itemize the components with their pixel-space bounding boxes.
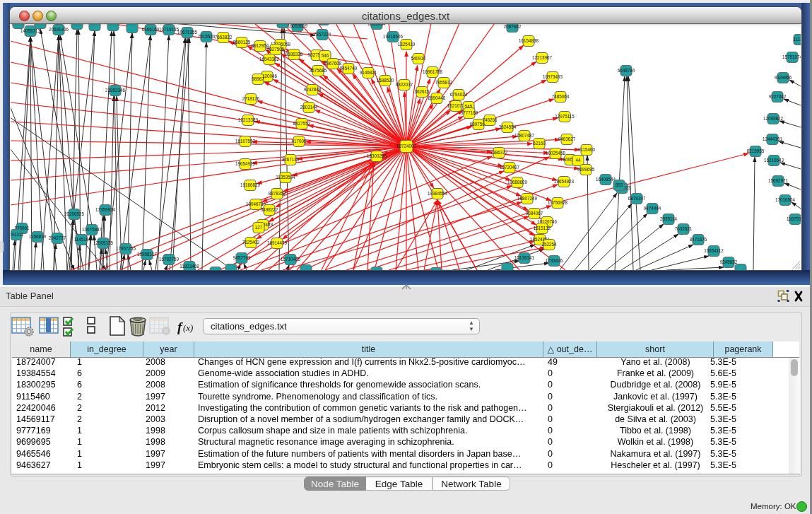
svg-text:3624554: 3624554 — [499, 124, 517, 129]
svg-text:114519: 114519 — [74, 237, 89, 242]
svg-text:20206525: 20206525 — [64, 211, 85, 216]
svg-text:16914479: 16914479 — [267, 240, 288, 245]
svg-text:546: 546 — [322, 53, 329, 58]
svg-text:16961758: 16961758 — [423, 69, 443, 74]
svg-text:12093822: 12093822 — [763, 116, 784, 121]
svg-text:8471676: 8471676 — [690, 237, 707, 242]
svg-text:10807487: 10807487 — [514, 133, 535, 138]
svg-text:1167533: 1167533 — [787, 216, 801, 221]
svg-text:8186328: 8186328 — [286, 52, 303, 57]
svg-text:3675685: 3675685 — [310, 68, 327, 73]
svg-text:1588520: 1588520 — [377, 78, 394, 83]
svg-text:252254: 252254 — [541, 242, 557, 247]
svg-text:18300295: 18300295 — [367, 153, 387, 158]
svg-text:540910: 540910 — [411, 56, 426, 61]
svg-text:7515524: 7515524 — [198, 34, 216, 39]
svg-text:10025458: 10025458 — [546, 151, 566, 156]
svg-text:127: 127 — [255, 225, 263, 230]
svg-text:3498222: 3498222 — [261, 207, 278, 212]
svg-text:8454749: 8454749 — [340, 66, 358, 71]
svg-text:17016504: 17016504 — [775, 197, 796, 202]
svg-text:7625402: 7625402 — [242, 240, 260, 245]
svg-text:3267130: 3267130 — [282, 157, 300, 162]
svg-text:9242848: 9242848 — [304, 87, 322, 92]
svg-text:12213967: 12213967 — [532, 55, 553, 60]
svg-text:893: 893 — [616, 182, 623, 187]
svg-text:7955812: 7955812 — [435, 80, 453, 85]
svg-text:f: f — [177, 320, 183, 334]
svg-text:9474444: 9474444 — [644, 206, 661, 211]
svg-text:9827505: 9827505 — [267, 47, 285, 52]
svg-text:17957255: 17957255 — [116, 246, 136, 251]
svg-text:15751074: 15751074 — [782, 54, 801, 59]
svg-text:1815132: 1815132 — [534, 226, 551, 230]
svg-text:15720407: 15720407 — [500, 165, 520, 170]
svg-text:21953346: 21953346 — [105, 88, 126, 93]
svg-text:11123: 11123 — [794, 37, 801, 42]
svg-text:391311: 391311 — [11, 232, 24, 237]
svg-text:1156819: 1156819 — [29, 234, 47, 239]
svg-text:2942737: 2942737 — [49, 235, 66, 240]
svg-text:9146821: 9146821 — [360, 70, 377, 75]
svg-text:2935114: 2935114 — [660, 216, 678, 221]
svg-text:10973493: 10973493 — [543, 74, 563, 79]
svg-text:10719155: 10719155 — [159, 27, 180, 32]
svg-text:7357224: 7357224 — [314, 32, 331, 37]
svg-text:7386372: 7386372 — [490, 150, 508, 155]
svg-text:18724007: 18724007 — [396, 144, 417, 148]
svg-text:10688609: 10688609 — [507, 180, 528, 185]
svg-text:16409544: 16409544 — [596, 177, 616, 182]
svg-text:19218506: 19218506 — [383, 34, 404, 39]
svg-text:7663822: 7663822 — [215, 35, 233, 40]
svg-text:9457791: 9457791 — [233, 255, 251, 260]
svg-text:6648784: 6648784 — [618, 68, 635, 73]
svg-text:16154838: 16154838 — [519, 38, 539, 43]
svg-text:2718176: 2718176 — [242, 96, 260, 101]
svg-text:10075887: 10075887 — [82, 227, 102, 232]
svg-text:(x): (x) — [183, 322, 193, 333]
svg-text:8215955: 8215955 — [747, 148, 765, 153]
svg-text:8427552: 8427552 — [293, 121, 311, 126]
svg-text:16210643: 16210643 — [764, 158, 784, 163]
svg-text:6794024: 6794024 — [450, 92, 468, 97]
svg-text:10671355: 10671355 — [177, 30, 198, 35]
svg-text:12505135: 12505135 — [93, 240, 114, 245]
svg-text:7632621: 7632621 — [675, 226, 693, 231]
svg-text:9115460: 9115460 — [578, 147, 596, 152]
svg-text:8990448: 8990448 — [428, 95, 446, 100]
svg-text:19384554: 19384554 — [428, 191, 448, 196]
svg-text:9245652: 9245652 — [720, 259, 738, 264]
svg-text:12213389: 12213389 — [238, 117, 259, 122]
svg-text:362615: 362615 — [414, 89, 430, 94]
svg-text:12975115: 12975115 — [555, 114, 575, 119]
svg-text:9777169: 9777169 — [461, 110, 478, 115]
svg-text:1325419: 1325419 — [398, 42, 416, 47]
svg-text:19756928: 19756928 — [548, 200, 568, 205]
svg-text:9463627: 9463627 — [558, 136, 576, 141]
svg-text:18807249: 18807249 — [517, 196, 538, 201]
svg-text:20691406: 20691406 — [49, 27, 69, 32]
svg-text:15136141: 15136141 — [514, 255, 535, 260]
svg-text:8660125: 8660125 — [233, 40, 251, 45]
svg-text:17359924: 17359924 — [95, 207, 116, 212]
svg-text:6879197: 6879197 — [628, 196, 646, 201]
svg-text:44: 44 — [575, 158, 581, 163]
svg-text:11923468: 11923468 — [180, 264, 199, 269]
svg-text:16543362: 16543362 — [259, 57, 280, 62]
svg-text:9699695: 9699695 — [577, 167, 595, 172]
svg-text:746266: 746266 — [482, 117, 498, 122]
svg-text:19166829: 19166829 — [240, 182, 261, 187]
svg-text:11353594: 11353594 — [276, 175, 295, 180]
svg-text:2803144: 2803144 — [300, 105, 318, 110]
svg-text:10958107: 10958107 — [137, 252, 158, 257]
svg-text:1621072: 1621072 — [447, 103, 465, 108]
svg-text:1733426: 1733426 — [546, 258, 563, 263]
svg-text:62160: 62160 — [533, 141, 546, 146]
svg-text:15710485: 15710485 — [281, 257, 301, 262]
svg-text:8878352: 8878352 — [269, 191, 286, 196]
svg-text:16107552: 16107552 — [235, 139, 256, 144]
svg-text:12444151: 12444151 — [763, 136, 783, 141]
svg-text:15692971: 15692971 — [768, 178, 789, 183]
svg-text:417006: 417006 — [291, 139, 307, 144]
svg-text:98967: 98967 — [252, 76, 264, 81]
